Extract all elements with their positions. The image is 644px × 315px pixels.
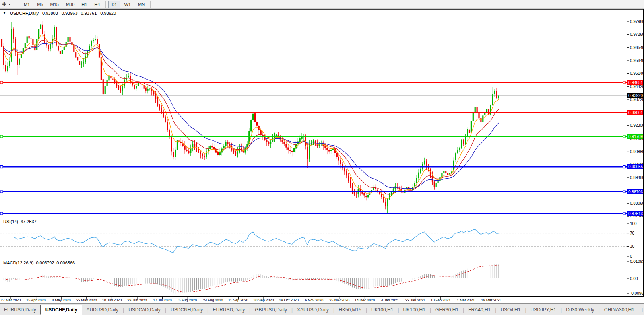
hline-handle-left[interactable] bbox=[0, 135, 3, 138]
chart-tab-usdcad-3[interactable]: USDCAD,Daily bbox=[124, 305, 165, 314]
price-line-badge: 0.87513 bbox=[627, 211, 644, 216]
chart-tab-audusd-2[interactable]: AUDUSD,Daily bbox=[82, 305, 122, 314]
chart-tab-usdcnh-4[interactable]: USDCNH,Daily bbox=[167, 305, 207, 314]
timeframe-button-h1[interactable]: H1 bbox=[78, 1, 90, 8]
tab-divider: | bbox=[642, 308, 643, 312]
chart-tab-usdchf-1[interactable]: USDCHF,Daily bbox=[40, 305, 83, 315]
date-tick-label: 1 Mar 2021 bbox=[457, 298, 475, 302]
macd-name: MACD(12,26,9) bbox=[3, 261, 33, 265]
price-line-badge: 0.91709 bbox=[627, 134, 644, 139]
macd-indicator-pane[interactable]: 0.0109330.00-0.00965327 Mar 202015 Apr 2… bbox=[0, 258, 644, 303]
date-tick-label: 30 Sep 2020 bbox=[253, 298, 274, 302]
timeframe-button-m5[interactable]: M5 bbox=[34, 1, 46, 8]
date-tick-label: 22 May 2020 bbox=[76, 298, 97, 302]
toolbar-separator bbox=[150, 1, 151, 8]
chart-tab-uk100-10[interactable]: UK100,H1 bbox=[400, 305, 429, 314]
quote-open: 0.93803 bbox=[42, 11, 58, 16]
date-tick-label: 10 Feb 2021 bbox=[431, 298, 451, 302]
price-tick-label: 0.90880 bbox=[630, 150, 644, 154]
quote-high: 0.93963 bbox=[62, 11, 78, 16]
timeframe-button-m30[interactable]: M30 bbox=[63, 1, 78, 8]
macd-label: MACD(12,26,9)0.0067920.006566 bbox=[3, 261, 75, 265]
hline-handle-right[interactable] bbox=[623, 212, 625, 215]
timeframe-toolbar: ✚ M1M5M15M30H1H4D1W1MN bbox=[0, 0, 644, 9]
price-tick-label: 0.96540 bbox=[630, 45, 644, 50]
chart-tab-china300-16[interactable]: CHINA300,H1 bbox=[600, 305, 638, 314]
hline-handle-right[interactable] bbox=[623, 166, 625, 168]
chart-tab-fra40-12[interactable]: FRA40,H1 bbox=[464, 305, 495, 314]
date-tick-label: 4 May 2020 bbox=[52, 298, 71, 302]
symbol-dropdown-icon[interactable]: ▼ bbox=[3, 11, 6, 16]
date-tick-label: 5 Aug 2020 bbox=[178, 298, 197, 302]
price-tick-label: 0.95140 bbox=[630, 71, 644, 76]
quote-close: 0.93920 bbox=[100, 11, 116, 16]
crosshair-icon: ✚ bbox=[2, 2, 6, 7]
rsi-scale-label: 70 bbox=[630, 231, 635, 235]
date-tick-label: 15 Apr 2020 bbox=[26, 298, 46, 302]
hline-handle-right[interactable] bbox=[623, 135, 625, 138]
hline-handle-right[interactable] bbox=[623, 191, 625, 193]
svg-text:0.93920: 0.93920 bbox=[628, 93, 643, 98]
svg-text:0.90055: 0.90055 bbox=[628, 165, 643, 169]
chart-tab-usoil-13[interactable]: USOil,H1 bbox=[497, 305, 524, 314]
rsi-name: RSI(14) bbox=[3, 219, 18, 224]
date-tick-label: 10 Jun 2020 bbox=[102, 298, 122, 302]
chart-tab-hk50-8[interactable]: HK50,M15 bbox=[335, 305, 365, 314]
date-tick-label: 22 Jan 2021 bbox=[405, 298, 425, 302]
svg-text:0.88703: 0.88703 bbox=[628, 190, 643, 194]
chart-tab-eurusd-0[interactable]: EURUSD,Daily bbox=[0, 305, 40, 314]
chart-tab-eurusd-5[interactable]: EURUSD,Daily bbox=[209, 305, 249, 314]
chart-title: ▼ USDCHF,Daily 0.93803 0.93963 0.93761 0… bbox=[3, 11, 116, 16]
price-tick-label: 0.95840 bbox=[630, 58, 644, 63]
price-line-badge: 0.94651 bbox=[627, 80, 644, 85]
price-line-badge: 0.90055 bbox=[627, 164, 644, 169]
crosshair-tool-button[interactable]: ✚ bbox=[2, 2, 11, 7]
main-chart-pane[interactable]: 0.979600.972600.965400.958400.951400.944… bbox=[0, 9, 644, 217]
chart-tab-uk100-9[interactable]: UK100,H1 bbox=[367, 305, 397, 314]
rsi-indicator-pane[interactable]: 10070300 bbox=[0, 217, 644, 258]
chart-tab-gbpusd-6[interactable]: GBPUSD,Daily bbox=[251, 305, 291, 314]
date-tick-label: 14 Dec 2020 bbox=[355, 298, 375, 302]
quote-low: 0.93761 bbox=[81, 11, 97, 16]
price-tick-label: 0.89480 bbox=[630, 175, 644, 180]
svg-text:0.93001: 0.93001 bbox=[628, 111, 643, 115]
price-tick-label: 0.97960 bbox=[630, 19, 644, 24]
hline-handle-left[interactable] bbox=[0, 212, 3, 215]
hline-handle-left[interactable] bbox=[0, 166, 3, 168]
toolbar-grip bbox=[15, 2, 17, 7]
macd-scale-label: 0.00 bbox=[630, 276, 638, 281]
macd-signal-value: 0.006566 bbox=[56, 261, 75, 265]
symbol-timeframe-label: USDCHF,Daily bbox=[10, 11, 39, 16]
date-tick-label: 6 Nov 2020 bbox=[305, 298, 323, 302]
svg-text:0.91709: 0.91709 bbox=[628, 134, 643, 139]
chart-tab-xauusd-7[interactable]: XAUUSD,Daily bbox=[293, 305, 333, 314]
svg-text:0.94651: 0.94651 bbox=[628, 80, 643, 85]
chart-tab-dj30-15[interactable]: DJ30,Weekly bbox=[562, 305, 598, 314]
timeframe-button-h4[interactable]: H4 bbox=[91, 1, 103, 8]
hline-handle-left[interactable] bbox=[0, 81, 3, 84]
timeframe-button-w1[interactable]: W1 bbox=[121, 1, 134, 8]
hline-handle-left[interactable] bbox=[0, 191, 3, 193]
date-tick-label: 25 Nov 2020 bbox=[329, 298, 349, 302]
chart-tab-usdjpy-14[interactable]: USDJPY,H1 bbox=[527, 305, 560, 314]
chart-tab-ger30-11[interactable]: GER30,H1 bbox=[431, 305, 462, 314]
date-tick-label: 19 Mar 2021 bbox=[481, 298, 501, 302]
date-tick-label: 11 Sep 2020 bbox=[228, 298, 248, 302]
timeframe-button-d1[interactable]: D1 bbox=[108, 1, 120, 8]
price-tick-label: 0.92300 bbox=[630, 123, 644, 128]
date-tick-label: 27 Mar 2020 bbox=[1, 298, 21, 302]
current-price-badge: 0.93920 bbox=[627, 93, 644, 98]
hline-handle-right[interactable] bbox=[623, 81, 625, 84]
chart-tabs-bar: EURUSD,DailyUSDCHF,DailyAUDUSD,Daily|USD… bbox=[0, 303, 644, 315]
macd-scale-label: -0.009653 bbox=[630, 291, 644, 296]
chevron-down-icon[interactable] bbox=[8, 4, 11, 5]
svg-text:0.87513: 0.87513 bbox=[628, 212, 643, 216]
price-line-badge: 0.93001 bbox=[627, 110, 644, 115]
timeframe-button-m15[interactable]: M15 bbox=[47, 1, 62, 8]
macd-scale-label: 0.010933 bbox=[630, 259, 644, 264]
timeframe-button-mn[interactable]: MN bbox=[135, 1, 148, 8]
toolbar-separator bbox=[105, 1, 106, 8]
date-tick-label: 19 Oct 2020 bbox=[279, 298, 299, 302]
timeframe-button-m1[interactable]: M1 bbox=[21, 1, 33, 8]
price-tick-label: 0.94420 bbox=[630, 84, 644, 89]
